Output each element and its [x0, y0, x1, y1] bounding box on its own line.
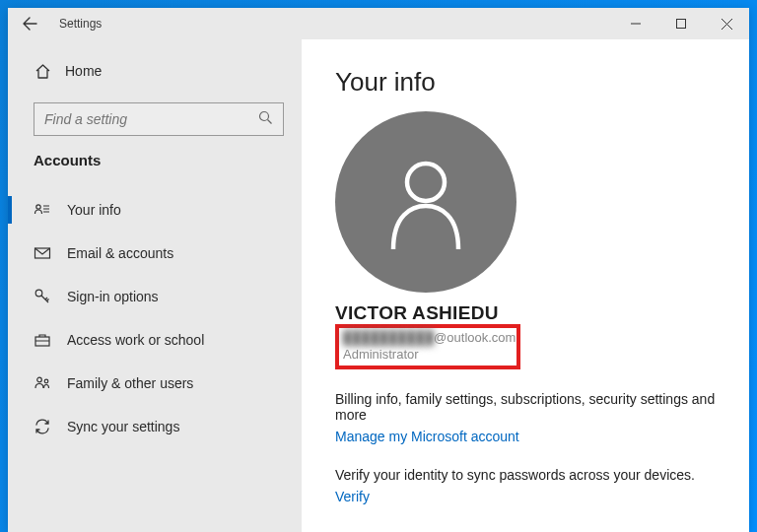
sidebar-item-label: Sign-in options — [67, 289, 159, 304]
verify-link[interactable]: Verify — [335, 489, 370, 504]
page-heading: Your info — [335, 67, 716, 98]
people-icon — [34, 374, 51, 392]
svg-point-8 — [407, 164, 445, 201]
svg-rect-0 — [677, 20, 686, 29]
search-input[interactable] — [44, 111, 258, 127]
home-label: Home — [65, 63, 102, 79]
main-content: Your info VICTOR ASHIEDU ██████████@outl… — [302, 39, 749, 532]
sidebar-item-signin-options[interactable]: Sign-in options — [8, 275, 302, 318]
billing-description: Billing info, family settings, subscript… — [335, 391, 716, 423]
email-redacted-prefix: ██████████ — [343, 330, 434, 345]
window-body: Home Accounts Your info Email & acco — [8, 39, 749, 532]
sidebar-item-label: Email & accounts — [67, 245, 173, 261]
sidebar-item-label: Sync your settings — [67, 419, 179, 434]
user-card-icon — [34, 201, 51, 219]
settings-window: Settings Home — [8, 8, 749, 532]
account-role: Administrator — [343, 347, 511, 362]
email-role-highlight: ██████████@outlook.com Administrator — [335, 324, 520, 369]
home-icon — [34, 62, 51, 80]
svg-point-4 — [35, 290, 42, 297]
titlebar: Settings — [8, 8, 749, 39]
search-icon — [258, 110, 273, 129]
avatar — [335, 111, 516, 293]
sidebar-item-email-accounts[interactable]: Email & accounts — [8, 232, 302, 275]
section-header: Accounts — [8, 152, 302, 168]
sidebar-item-label: Your info — [67, 202, 121, 218]
svg-point-2 — [36, 205, 40, 209]
manage-account-link[interactable]: Manage my Microsoft account — [335, 429, 519, 444]
username: VICTOR ASHIEDU — [335, 302, 716, 324]
sidebar-item-label: Access work or school — [67, 332, 204, 348]
close-button[interactable] — [704, 8, 749, 39]
briefcase-icon — [34, 331, 51, 349]
back-button[interactable] — [8, 8, 51, 39]
window-controls — [613, 8, 749, 39]
sidebar-item-access-work-school[interactable]: Access work or school — [8, 318, 302, 362]
envelope-icon — [34, 244, 51, 262]
sidebar-item-label: Family & other users — [67, 375, 193, 391]
search-box[interactable] — [34, 102, 284, 136]
svg-point-1 — [260, 111, 269, 120]
email-domain: @outlook.com — [434, 330, 516, 345]
sync-icon — [34, 418, 51, 435]
minimize-button[interactable] — [613, 8, 658, 39]
window-title: Settings — [59, 17, 102, 31]
account-email: ██████████@outlook.com — [343, 330, 511, 345]
back-arrow-icon — [22, 16, 37, 32]
svg-point-7 — [44, 379, 48, 383]
key-icon — [34, 288, 51, 305]
home-button[interactable]: Home — [8, 53, 302, 89]
sidebar-item-family-users[interactable]: Family & other users — [8, 362, 302, 405]
user-placeholder-icon — [383, 155, 468, 249]
svg-point-6 — [37, 377, 42, 382]
close-icon — [722, 19, 732, 30]
maximize-button[interactable] — [658, 8, 704, 39]
sidebar-item-your-info[interactable]: Your info — [8, 188, 302, 232]
minimize-icon — [631, 19, 641, 29]
maximize-icon — [676, 19, 686, 29]
verify-description: Verify your identity to sync passwords a… — [335, 467, 716, 483]
sidebar-item-sync-settings[interactable]: Sync your settings — [8, 405, 302, 448]
sidebar: Home Accounts Your info Email & acco — [8, 39, 302, 532]
